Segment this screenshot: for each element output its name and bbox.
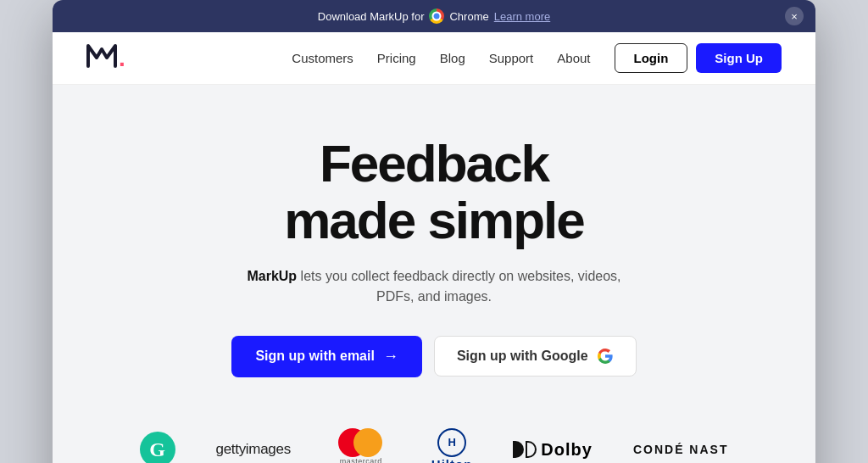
google-signup-button[interactable]: Sign up with Google <box>434 336 637 377</box>
customer-logos: G gettyimages mastercard H Hilton <box>106 428 763 463</box>
nav-links: Customers Pricing Blog Support About <box>292 51 590 66</box>
getty-text: gettyimages <box>216 441 291 458</box>
banner-content: Download MarkUp for Chrome Learn more <box>318 8 550 24</box>
dolby-circle-2 <box>526 441 537 458</box>
logo-dot: . <box>119 47 125 70</box>
grammarly-icon: G <box>140 432 175 463</box>
mastercard-text: mastercard <box>340 457 382 463</box>
mastercard-logo: mastercard <box>331 428 391 463</box>
email-signup-button[interactable]: Sign up with email → <box>231 336 421 377</box>
nav-item-pricing[interactable]: Pricing <box>377 51 416 66</box>
email-signup-label: Sign up with email <box>255 349 374 364</box>
google-signup-label: Sign up with Google <box>457 349 588 364</box>
site-logo[interactable]: . <box>86 42 125 75</box>
nav-item-blog[interactable]: Blog <box>440 51 465 66</box>
hero-section: Feedback made simple MarkUp lets you col… <box>53 85 815 463</box>
nav-actions: Login Sign Up <box>615 43 782 73</box>
hero-subtitle: MarkUp lets you collect feedback directl… <box>231 266 637 307</box>
nav-item-support[interactable]: Support <box>489 51 534 66</box>
gettyimages-logo: gettyimages <box>216 441 291 458</box>
dolby-circles <box>513 441 537 458</box>
dolby-logo: Dolby <box>513 440 593 460</box>
top-banner: Download MarkUp for Chrome Learn more × <box>53 0 815 32</box>
logo-letter <box>86 42 117 75</box>
hilton-logo: H Hilton <box>431 428 473 463</box>
condenast-logo: CONDÉ NAST <box>633 443 729 456</box>
hilton-text: Hilton <box>431 457 473 463</box>
browser-window: Download MarkUp for Chrome Learn more × … <box>53 0 815 463</box>
banner-learn-more[interactable]: Learn more <box>494 10 550 23</box>
banner-text: Download MarkUp for <box>318 10 425 23</box>
nav-item-about[interactable]: About <box>557 51 590 66</box>
banner-close-button[interactable]: × <box>785 7 804 25</box>
signup-button[interactable]: Sign Up <box>696 43 782 73</box>
mastercard-orange-circle <box>353 428 382 457</box>
hero-title: Feedback made simple <box>284 136 584 249</box>
conde-text: CONDÉ NAST <box>633 443 729 456</box>
grammarly-logo: G <box>140 432 175 463</box>
google-icon <box>597 348 614 365</box>
login-button[interactable]: Login <box>615 43 688 73</box>
hilton-emblem: H <box>437 428 466 457</box>
dolby-text: Dolby <box>541 440 593 460</box>
dolby-circle-1 <box>513 441 524 458</box>
hero-cta-buttons: Sign up with email → Sign up with Google <box>231 336 636 377</box>
hero-brand: MarkUp <box>247 269 297 283</box>
arrow-icon: → <box>383 348 398 365</box>
chrome-icon <box>429 8 444 24</box>
banner-browser: Chrome <box>449 10 488 23</box>
nav-item-customers[interactable]: Customers <box>292 51 353 66</box>
navbar: . Customers Pricing Blog Support About L… <box>53 32 815 85</box>
